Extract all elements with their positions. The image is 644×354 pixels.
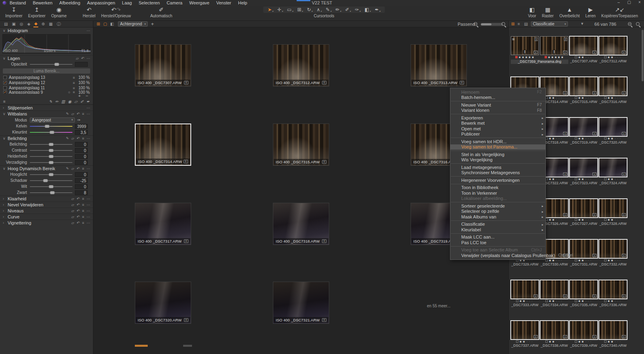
toolbar-button-leren[interactable]: ▶Leren [582, 6, 599, 18]
zoom-out-icon[interactable] [474, 22, 477, 26]
star-rating[interactable]: ★★ [607, 340, 614, 344]
more-icon[interactable]: ··· [87, 56, 90, 60]
wit-slider[interactable] [30, 186, 72, 187]
layer-row[interactable]: Aanpassingslaag 13≡100 % [0, 75, 93, 80]
copy-icon[interactable]: ▱ [71, 209, 74, 213]
section-header-niveaus[interactable]: ›Niveaus▱↶≡··· [0, 208, 93, 214]
toolbar-button-opname[interactable]: ◉Opname [48, 6, 69, 18]
wit-value[interactable]: 0 [75, 184, 88, 189]
context-item-open-met[interactable]: Open met▸ [450, 126, 545, 132]
remove-layer-button[interactable]: − [86, 94, 88, 99]
helderheid-slider[interactable] [30, 156, 72, 157]
rating-checkbox[interactable] [604, 259, 607, 261]
luma-range-button[interactable]: Luma Bereik... [3, 68, 90, 74]
more-icon[interactable]: ··· [87, 203, 90, 207]
star-placeholders[interactable]: ··· [585, 340, 592, 344]
white-balance-header[interactable]: ∨ Witbalans ✎▱↶≡··· [0, 111, 93, 117]
opacity-slider[interactable] [30, 64, 72, 65]
rating-checkbox[interactable] [575, 178, 577, 180]
context-item-maak-lcc-aan[interactable]: Maak LCC aan... [450, 235, 545, 240]
browser-thumbnail[interactable]: ≡★★···_DSC7337.ARW [511, 321, 539, 348]
reset-icon[interactable]: ↶ [76, 112, 80, 116]
clone-tool-icon[interactable]: ✑▾ [354, 7, 362, 12]
browser-thumbnail[interactable]: ≡★★···_DSC7323.ARW [570, 158, 598, 185]
browser-thumbnail[interactable]: ≡★★···_DSC7307.ARW [570, 36, 598, 63]
adjustments-tab-icon[interactable]: ◆ [33, 21, 38, 27]
belichting-knob[interactable] [49, 143, 54, 146]
star-placeholders[interactable]: ··· [585, 218, 592, 222]
browser-thumbnail[interactable]: ≡★★···_DSC7328.ARW [599, 199, 627, 226]
edit-icon[interactable]: ✎ [66, 136, 69, 140]
layer-checkbox[interactable] [3, 86, 7, 90]
context-item-exporteren[interactable]: Exporteren▸ [450, 115, 545, 121]
layers-menu-icon[interactable]: ≡ [3, 99, 6, 104]
hooglicht-value[interactable]: 0 [75, 172, 88, 177]
wb-picker-icon[interactable]: ✑ [77, 118, 80, 122]
layer-row[interactable]: Aanpassingslaag 11≡100 % [0, 85, 93, 91]
star-placeholders[interactable]: ··· [556, 177, 563, 181]
rating-row[interactable]: ★★··· [599, 258, 627, 262]
rating-row[interactable]: ★★··· [570, 258, 598, 262]
browser-thumbnail[interactable]: ≡★★···_DSC7319.ARW [570, 117, 598, 144]
edit-icon[interactable]: ✎ [66, 112, 69, 116]
rating-row[interactable]: ★★★★★ [540, 55, 568, 59]
star-rating[interactable]: ★★★★★ [548, 56, 564, 59]
star-placeholders[interactable]: ··· [615, 137, 622, 140]
star-rating[interactable]: ★★ [578, 96, 584, 100]
rating-row[interactable]: ★★··· [599, 177, 627, 181]
rating-row[interactable]: ★★··· [540, 299, 568, 303]
layers-header[interactable]: ∨ Lagen ▱↶··· [0, 55, 93, 61]
more-icon[interactable]: ··· [87, 215, 90, 219]
menu-aanpassingen[interactable]: Aanpassingen [87, 0, 115, 5]
more-icon[interactable]: ··· [87, 197, 90, 201]
lens-tab-icon[interactable]: ◎ [19, 21, 24, 27]
straighten-tool-icon[interactable]: ∧▾ [316, 7, 323, 12]
rating-checkbox[interactable] [516, 300, 518, 302]
star-rating[interactable]: ★★ [578, 56, 584, 59]
more-icon[interactable]: ··· [87, 106, 90, 110]
proof-view-icon[interactable]: ◧ [110, 22, 114, 26]
star-rating[interactable]: ★★ [578, 177, 584, 181]
star-placeholders[interactable]: ··· [585, 96, 592, 100]
rating-checkbox[interactable] [575, 97, 577, 99]
rating-row[interactable]: ★★··· [570, 218, 598, 222]
single-view-icon[interactable]: ▢ [103, 22, 107, 26]
browser-thumbnail[interactable]: ≡★★···_DSC7316.ARW [599, 77, 627, 104]
rating-row[interactable]: ★★··· [599, 136, 627, 140]
belichting-value[interactable]: 0 [75, 142, 88, 147]
context-item-wis-vergelijking[interactable]: Wis Vergelijking [450, 157, 545, 163]
star-placeholders[interactable]: ··· [615, 177, 622, 181]
viewer-thumbnail[interactable]: ISO 400_DSC7312.ARW≡ [273, 44, 329, 86]
star-placeholders[interactable]: ··· [556, 340, 563, 344]
hdr-header[interactable]: ∨ Hoog Dynamisch Bereik ✎▱↶≡··· [0, 165, 93, 171]
spot-tool-icon[interactable]: ✒▾ [374, 7, 382, 12]
viewer-thumbnail[interactable]: ISO 400_DSC7313.ARW≡ [411, 44, 467, 86]
copy-icon[interactable]: ▱ [76, 56, 79, 60]
copy-icon[interactable]: ▱ [71, 112, 74, 116]
contrast-value[interactable]: 0 [75, 148, 88, 153]
star-placeholders[interactable]: ··· [556, 137, 563, 140]
star-placeholders[interactable]: ··· [615, 56, 622, 59]
info-tab-icon[interactable]: ⓘ [56, 21, 62, 27]
kelvin-slider[interactable] [30, 126, 72, 127]
helderheid-knob[interactable] [49, 155, 54, 158]
viewer-thumbnail[interactable]: ISO 400_DSC7307.ARW≡ [135, 44, 191, 86]
rating-row[interactable]: ★★··· [570, 299, 598, 303]
radial-mask-icon[interactable]: ◉ [68, 99, 72, 104]
more-icon[interactable]: ··· [87, 112, 90, 116]
star-rating[interactable]: ★★ [519, 299, 526, 303]
rating-checkbox[interactable] [575, 259, 577, 261]
capture-tab-icon[interactable]: ▣ [11, 21, 16, 27]
viewer-thumbnail[interactable]: ISO 400_DSC7317.ARW≡ [135, 203, 191, 245]
section-header-vignettering[interactable]: ›Vignettering▱↶≡··· [0, 220, 93, 226]
rating-checkbox[interactable] [575, 340, 577, 343]
tint-slider[interactable] [30, 132, 72, 133]
copy-mask-icon[interactable]: ▱ [74, 99, 78, 104]
maximize-button[interactable]: ▢ [626, 0, 632, 4]
viewer-thumbnail[interactable]: ISO 400_DSC7314.ARW≡ [135, 123, 191, 166]
toolbar-button-herstel[interactable]: ↶Herstel [80, 6, 99, 18]
exposure-header[interactable]: ∨ Belichting ✎▱↶≡··· [0, 135, 93, 141]
star-placeholders[interactable]: ··· [556, 299, 563, 303]
context-item-laad-metagegevens[interactable]: Laad metagegevens [450, 165, 545, 170]
rating-row[interactable]: ★★··· [511, 299, 539, 303]
